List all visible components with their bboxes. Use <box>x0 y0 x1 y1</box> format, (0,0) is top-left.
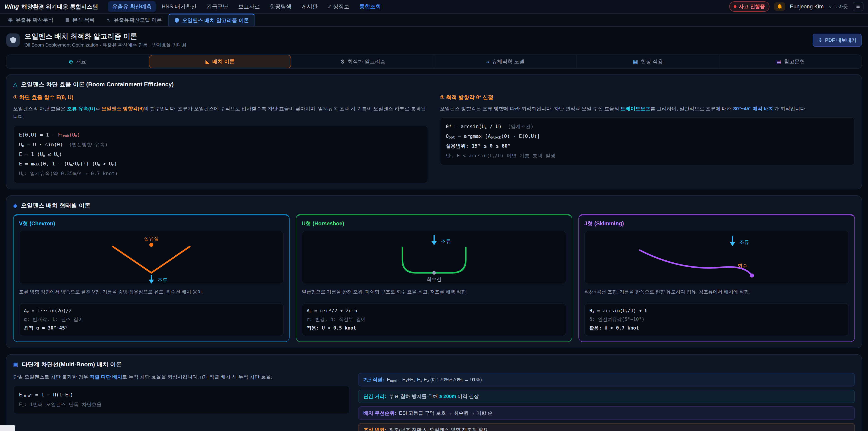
nav-item-hns-atmospheric[interactable]: HNS·대기확산 <box>158 1 201 12</box>
menu-icon[interactable]: ≡ <box>852 2 864 11</box>
gear-icon: ⚙ <box>340 59 345 65</box>
tab-label: 오일펜스 배치 알고리즘 이론 <box>182 17 249 24</box>
nav-item-integrated-search[interactable]: 통합조회 <box>355 1 385 12</box>
bell-icon <box>777 4 782 9</box>
section-tab-deployment-theory[interactable]: ◣ 배치 이론 <box>149 55 291 68</box>
tab-bar: ◉ 유출유 확산분석 ≣ 분석 목록 ∿ 유출유확산모델 이론 오일펜스 배치 … <box>0 13 868 27</box>
j-shape-diagram: 조류 회수 <box>584 231 849 284</box>
current-label: 조류 <box>739 239 749 245</box>
j-boom-line <box>640 250 752 276</box>
brand[interactable]: Wing 해양환경 위기대응 통합시스템 <box>4 3 98 10</box>
shape-u-formula-block: AU = π·r²/2 + 2r·hr: 반경, h: 직선부 길이적용: U … <box>302 303 566 336</box>
shape-j-formula-block: θJ = arcsin(Uc/U) + δδ: 안전여유각(5°~10°)활용:… <box>584 303 849 336</box>
set-square-icon: ◣ <box>206 59 210 65</box>
section-tab-overview[interactable]: ⊕ 개요 <box>6 55 149 68</box>
page-subtitle: Oil Boom Deployment Optimization · 유출유 확… <box>24 42 187 48</box>
notification-bell-button[interactable] <box>774 2 785 11</box>
grid-book-icon: ▣ <box>13 361 18 368</box>
tab-boom-algorithm-theory[interactable]: 오일펜스 배치 알고리즘 이론 <box>168 13 255 26</box>
optimal-angle-formula-block: θ* = arcsin(Uc / U) (임계조건)θopt = argmax … <box>440 117 855 165</box>
pdf-export-button[interactable]: ⇩ PDF 내보내기 <box>813 34 862 47</box>
u-boom-line <box>402 247 466 273</box>
incident-dot-icon <box>734 5 737 8</box>
recovery-point-label: 회수 <box>738 263 747 269</box>
tab-label: 유출유 확산분석 <box>16 17 53 24</box>
section-tab-label: 최적화 알고리즘 <box>348 58 385 65</box>
current-label: 조류 <box>441 239 451 244</box>
section-tab-label: 유체역학 모델 <box>492 58 524 65</box>
note-row-serial: 2단 직렬: Etotal = E₁+E₂-E₁·E₂ (예: 70%+70% … <box>358 373 855 387</box>
nav-item-emergency-rescue[interactable]: 긴급구난 <box>203 1 232 12</box>
shape-u-caption: 말굽형으로 기름을 완전 포위. 폐쇄형 구조로 회수 효율 최고, 저조류 해… <box>296 284 572 300</box>
current-arrow-head <box>431 241 437 245</box>
pdf-icon: ⇩ <box>818 37 822 43</box>
shape-v-caption: 조류 방향 정면에서 양쪽으로 펼친 V형. 기름을 중앙 집유점으로 유도, … <box>13 284 289 300</box>
page-shield-icon <box>6 33 20 47</box>
nav-item-board[interactable]: 게시판 <box>298 1 322 12</box>
browser-status-bubble <box>0 425 16 431</box>
multiboom-card: ▣ 다단계 차단선(Multi-Boom) 배치 이론 단일 오일펜스로 차단 … <box>6 354 862 431</box>
nav-item-reports[interactable]: 보고자료 <box>234 1 264 12</box>
section-tab-label: 배치 이론 <box>213 58 235 65</box>
section-tab-references[interactable]: ▤ 참고문헌 <box>719 55 862 68</box>
section-tab-hydrodynamics[interactable]: ≈ 유체역학 모델 <box>434 55 577 68</box>
brand-name: 해양환경 위기대응 통합시스템 <box>22 3 98 10</box>
shape-v-formula-block: AV = L²·sin(2α)/2α: 반개각, L: 펜스 길이최적 α ≈ … <box>19 303 284 336</box>
main-nav: 유출유 확산예측 HNS·대기확산 긴급구난 보고자료 항공탐색 게시판 기상정… <box>108 1 385 12</box>
tab-label: 유출유확산모델 이론 <box>114 17 162 24</box>
section-tab-label: 참고문헌 <box>784 58 805 65</box>
efficiency-function-paragraph: 오일펜스의 차단 효율은 조류 유속(U)과 오일펜스 방향각(θ)의 함수입니… <box>13 105 428 121</box>
optimal-angle-section: ② 최적 방향각 θ* 산정 오일펜스 방향각은 조류 방향에 따라 최적화됩니… <box>440 93 855 183</box>
pdf-button-label: PDF 내보내기 <box>825 37 856 43</box>
user-name: Eunjeong Kim <box>790 3 824 10</box>
nav-item-oil-spill-prediction[interactable]: 유출유 확산예측 <box>108 1 156 12</box>
card-title: △ 오일펜스 차단 효율 이론 (Boom Containment Effici… <box>13 81 855 88</box>
note-row-tide: 조석 변화: 창조/낙조 전환 시 오일펜스 방향 재조정 필요 <box>358 423 855 431</box>
list-icon: ≣ <box>65 17 70 23</box>
note-row-priority: 배치 우선순위: ESI 고등급 구역 보호 → 취수원 → 어항 순 <box>358 406 855 420</box>
v-boom-line <box>113 247 190 273</box>
current-arrow-head <box>730 242 735 246</box>
tab-diffusion-model-theory[interactable]: ∿ 유출유확산모델 이론 <box>101 13 167 26</box>
recovery-point-dot <box>750 274 754 278</box>
page-title: 오일펜스 배치 최적화 알고리즘 이론 <box>24 32 187 40</box>
nav-item-weather[interactable]: 기상정보 <box>324 1 353 12</box>
ruler-icon: △ <box>13 81 17 88</box>
efficiency-function-heading: ① 차단 효율 함수 E(θ, U) <box>13 94 428 101</box>
section-tab-optimization-algorithm[interactable]: ⚙ 최적화 알고리즘 <box>291 55 434 68</box>
nav-item-aerial-search[interactable]: 항공탐색 <box>266 1 296 12</box>
scatter-chart-icon: ◉ <box>8 17 13 23</box>
globe-icon: ⊕ <box>68 59 73 65</box>
section-tabs: ⊕ 개요 ◣ 배치 이론 ⚙ 최적화 알고리즘 ≈ 유체역학 모델 ▦ 현장 적… <box>6 55 862 69</box>
shape-u-title: U형 (Horseshoe) <box>296 215 572 231</box>
card-title: ▣ 다단계 차단선(Multi-Boom) 배치 이론 <box>13 361 855 368</box>
shape-card-u: U형 (Horseshoe) 조류 회수선 말굽형으로 기름을 완전 포위. 폐… <box>296 214 572 342</box>
shield-icon <box>174 18 180 23</box>
top-nav: Wing 해양환경 위기대응 통합시스템 유출유 확산예측 HNS·대기확산 긴… <box>0 0 868 13</box>
v-shape-diagram: 집유점 조류 <box>19 231 284 284</box>
section-tab-label: 현장 적용 <box>641 58 663 65</box>
main-content: △ 오일펜스 차단 효율 이론 (Boom Containment Effici… <box>0 74 868 431</box>
incident-status-badge[interactable]: 사고 진행중 <box>729 1 770 12</box>
collection-point-label: 집유점 <box>144 236 159 241</box>
optimal-angle-heading: ② 최적 방향각 θ* 산정 <box>440 94 855 101</box>
multiboom-formula-block: Etotal = 1 - Π(1-Ei)Ei: i번째 오일펜스 단독 차단효율 <box>13 386 350 414</box>
shape-j-title: J형 (Skimming) <box>579 215 855 231</box>
optimal-angle-paragraph: 오일펜스 방향각은 조류 방향에 따라 최적화됩니다. 차단 면적과 오일 수집… <box>440 105 855 113</box>
books-icon: ▤ <box>776 59 781 65</box>
current-arrow-head <box>149 280 154 284</box>
tab-spill-analysis[interactable]: ◉ 유출유 확산분석 <box>3 13 59 26</box>
logout-button[interactable]: 로그아웃 <box>828 3 848 10</box>
collection-point-dot <box>149 243 153 247</box>
logo: Wing <box>4 3 19 10</box>
shape-card-j: J형 (Skimming) 조류 회수 직선+곡선 조합. 기름을 한쪽으로 편… <box>579 214 855 342</box>
tab-analysis-list[interactable]: ≣ 분석 목록 <box>60 13 100 26</box>
u-shape-diagram: 조류 회수선 <box>302 231 566 284</box>
efficiency-function-section: ① 차단 효율 함수 E(θ, U) 오일펜스의 차단 효율은 조류 유속(U)… <box>13 93 428 183</box>
shape-v-title: V형 (Chevron) <box>13 215 289 231</box>
note-row-spacing: 단간 거리: 부표 침하 방지를 위해 ≥ 200m 이격 권장 <box>358 390 855 403</box>
building-grid-icon: ▦ <box>633 59 638 65</box>
recovery-vessel-dot <box>432 271 436 275</box>
multiboom-intro-section: 단일 오일펜스로 차단 불가한 경우 직렬 다단 배치로 누적 차단 효율을 향… <box>13 373 350 431</box>
section-tab-field-application[interactable]: ▦ 현장 적용 <box>577 55 719 68</box>
